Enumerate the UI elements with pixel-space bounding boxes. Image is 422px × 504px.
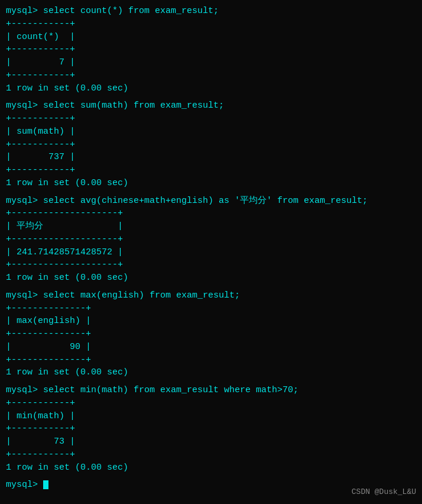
table-line: +-----------+ — [6, 18, 416, 31]
table-line: +--------------+ — [6, 302, 416, 315]
table-line: | sum(math) | — [6, 125, 416, 138]
table-line: +-----------+ — [6, 422, 416, 435]
result-info: 1 row in set (0.00 sec) — [6, 461, 416, 474]
result-info: 1 row in set (0.00 sec) — [6, 366, 416, 379]
result-info: 1 row in set (0.00 sec) — [6, 177, 416, 190]
table-line: +--------------------+ — [6, 259, 416, 272]
table-line: | 241.71428571428572 | — [6, 246, 416, 259]
table-line: +-----------+ — [6, 138, 416, 151]
table-line: | 7 | — [6, 56, 416, 69]
table-line: +-----------+ — [6, 112, 416, 125]
table-line: +--------------------+ — [6, 207, 416, 220]
command-line: mysql> select avg(chinese+math+english) … — [6, 195, 416, 208]
table-line: +-----------+ — [6, 43, 416, 56]
command-line: mysql> select max(english) from exam_res… — [6, 289, 416, 302]
result-info: 1 row in set (0.00 sec) — [6, 272, 416, 285]
table-line: | 平均分 | — [6, 220, 416, 233]
table-line: | 737 | — [6, 151, 416, 164]
table-line: | 90 | — [6, 341, 416, 354]
table-line: | min(math) | — [6, 410, 416, 423]
table-line: +-----------+ — [6, 164, 416, 177]
table-line: +--------------+ — [6, 328, 416, 341]
watermark: CSDN @Dusk_L&U — [352, 487, 416, 498]
result-info: 1 row in set (0.00 sec) — [6, 82, 416, 95]
table-line: +--------------+ — [6, 354, 416, 367]
table-line: +-----------+ — [6, 397, 416, 410]
cursor — [43, 480, 48, 489]
table-line: +-----------+ — [6, 69, 416, 82]
command-line: mysql> select sum(math) from exam_result… — [6, 99, 416, 112]
command-line: mysql> select count(*) from exam_result; — [6, 5, 416, 18]
command-line: mysql> select min(math) from exam_result… — [6, 384, 416, 397]
table-line: | max(english) | — [6, 315, 416, 328]
table-line: +-----------+ — [6, 448, 416, 461]
table-line: | 73 | — [6, 435, 416, 448]
table-line: | count(*) | — [6, 31, 416, 44]
terminal-container: mysql> select count(*) from exam_result;… — [6, 5, 416, 492]
table-line: +--------------------+ — [6, 233, 416, 246]
